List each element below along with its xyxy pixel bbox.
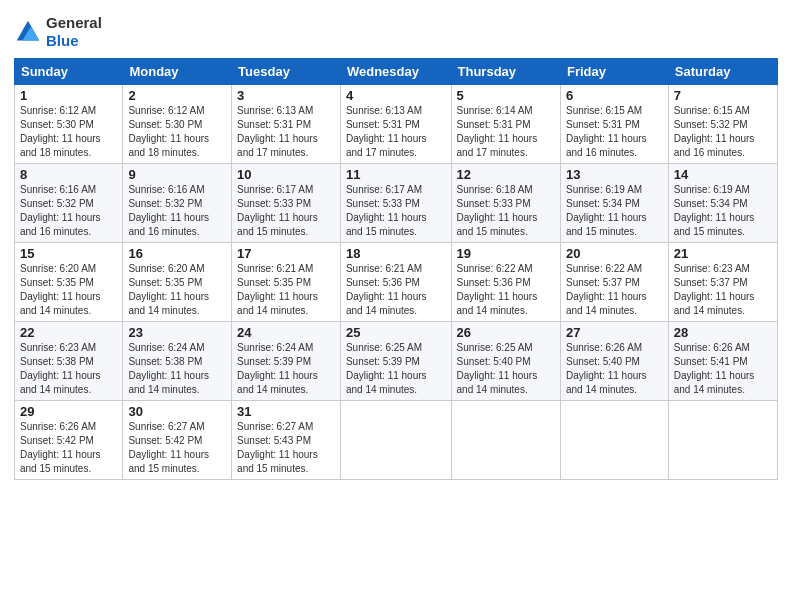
calendar-cell: 17Sunrise: 6:21 AM Sunset: 5:35 PM Dayli… [232,243,341,322]
day-info: Sunrise: 6:19 AM Sunset: 5:34 PM Dayligh… [566,183,663,239]
day-info: Sunrise: 6:23 AM Sunset: 5:37 PM Dayligh… [674,262,772,318]
calendar-cell: 14Sunrise: 6:19 AM Sunset: 5:34 PM Dayli… [668,164,777,243]
day-number: 12 [457,167,555,182]
calendar-cell [340,401,451,480]
page: General Blue SundayMondayTuesdayWednesda… [0,0,792,612]
day-info: Sunrise: 6:12 AM Sunset: 5:30 PM Dayligh… [20,104,117,160]
day-number: 10 [237,167,335,182]
calendar-cell: 7Sunrise: 6:15 AM Sunset: 5:32 PM Daylig… [668,85,777,164]
day-info: Sunrise: 6:22 AM Sunset: 5:37 PM Dayligh… [566,262,663,318]
day-number: 22 [20,325,117,340]
logo-icon [14,18,42,46]
day-info: Sunrise: 6:16 AM Sunset: 5:32 PM Dayligh… [128,183,226,239]
weekday-header: Tuesday [232,59,341,85]
weekday-header: Friday [560,59,668,85]
day-info: Sunrise: 6:13 AM Sunset: 5:31 PM Dayligh… [237,104,335,160]
day-number: 20 [566,246,663,261]
day-number: 9 [128,167,226,182]
day-number: 23 [128,325,226,340]
day-info: Sunrise: 6:27 AM Sunset: 5:42 PM Dayligh… [128,420,226,476]
day-info: Sunrise: 6:26 AM Sunset: 5:42 PM Dayligh… [20,420,117,476]
header: General Blue [14,10,778,50]
day-number: 4 [346,88,446,103]
day-info: Sunrise: 6:20 AM Sunset: 5:35 PM Dayligh… [128,262,226,318]
calendar-week-row: 22Sunrise: 6:23 AM Sunset: 5:38 PM Dayli… [15,322,778,401]
day-number: 7 [674,88,772,103]
day-info: Sunrise: 6:15 AM Sunset: 5:32 PM Dayligh… [674,104,772,160]
calendar-cell: 5Sunrise: 6:14 AM Sunset: 5:31 PM Daylig… [451,85,560,164]
day-number: 16 [128,246,226,261]
day-info: Sunrise: 6:21 AM Sunset: 5:36 PM Dayligh… [346,262,446,318]
calendar-cell [451,401,560,480]
calendar-cell: 23Sunrise: 6:24 AM Sunset: 5:38 PM Dayli… [123,322,232,401]
calendar-cell: 16Sunrise: 6:20 AM Sunset: 5:35 PM Dayli… [123,243,232,322]
calendar-cell: 10Sunrise: 6:17 AM Sunset: 5:33 PM Dayli… [232,164,341,243]
calendar-cell: 20Sunrise: 6:22 AM Sunset: 5:37 PM Dayli… [560,243,668,322]
calendar-week-row: 8Sunrise: 6:16 AM Sunset: 5:32 PM Daylig… [15,164,778,243]
calendar-cell: 13Sunrise: 6:19 AM Sunset: 5:34 PM Dayli… [560,164,668,243]
day-info: Sunrise: 6:26 AM Sunset: 5:40 PM Dayligh… [566,341,663,397]
calendar-cell: 1Sunrise: 6:12 AM Sunset: 5:30 PM Daylig… [15,85,123,164]
calendar-cell: 18Sunrise: 6:21 AM Sunset: 5:36 PM Dayli… [340,243,451,322]
day-info: Sunrise: 6:21 AM Sunset: 5:35 PM Dayligh… [237,262,335,318]
day-number: 27 [566,325,663,340]
logo-text: General Blue [46,14,102,50]
day-number: 28 [674,325,772,340]
calendar-cell: 19Sunrise: 6:22 AM Sunset: 5:36 PM Dayli… [451,243,560,322]
day-number: 29 [20,404,117,419]
day-number: 19 [457,246,555,261]
day-number: 25 [346,325,446,340]
day-info: Sunrise: 6:15 AM Sunset: 5:31 PM Dayligh… [566,104,663,160]
day-number: 5 [457,88,555,103]
calendar-table: SundayMondayTuesdayWednesdayThursdayFrid… [14,58,778,480]
day-number: 11 [346,167,446,182]
day-number: 14 [674,167,772,182]
day-info: Sunrise: 6:25 AM Sunset: 5:40 PM Dayligh… [457,341,555,397]
day-info: Sunrise: 6:14 AM Sunset: 5:31 PM Dayligh… [457,104,555,160]
calendar-cell [560,401,668,480]
day-number: 13 [566,167,663,182]
calendar-cell: 30Sunrise: 6:27 AM Sunset: 5:42 PM Dayli… [123,401,232,480]
calendar-cell: 15Sunrise: 6:20 AM Sunset: 5:35 PM Dayli… [15,243,123,322]
weekday-header: Sunday [15,59,123,85]
day-info: Sunrise: 6:13 AM Sunset: 5:31 PM Dayligh… [346,104,446,160]
day-number: 31 [237,404,335,419]
day-info: Sunrise: 6:19 AM Sunset: 5:34 PM Dayligh… [674,183,772,239]
calendar-cell: 6Sunrise: 6:15 AM Sunset: 5:31 PM Daylig… [560,85,668,164]
calendar-cell: 31Sunrise: 6:27 AM Sunset: 5:43 PM Dayli… [232,401,341,480]
day-info: Sunrise: 6:17 AM Sunset: 5:33 PM Dayligh… [237,183,335,239]
day-number: 3 [237,88,335,103]
day-number: 8 [20,167,117,182]
day-number: 17 [237,246,335,261]
calendar-cell: 26Sunrise: 6:25 AM Sunset: 5:40 PM Dayli… [451,322,560,401]
calendar-cell: 22Sunrise: 6:23 AM Sunset: 5:38 PM Dayli… [15,322,123,401]
day-number: 18 [346,246,446,261]
day-info: Sunrise: 6:23 AM Sunset: 5:38 PM Dayligh… [20,341,117,397]
weekday-header: Monday [123,59,232,85]
calendar-cell: 2Sunrise: 6:12 AM Sunset: 5:30 PM Daylig… [123,85,232,164]
day-info: Sunrise: 6:25 AM Sunset: 5:39 PM Dayligh… [346,341,446,397]
logo: General Blue [14,14,102,50]
day-number: 1 [20,88,117,103]
calendar-cell: 28Sunrise: 6:26 AM Sunset: 5:41 PM Dayli… [668,322,777,401]
calendar-cell: 21Sunrise: 6:23 AM Sunset: 5:37 PM Dayli… [668,243,777,322]
day-info: Sunrise: 6:12 AM Sunset: 5:30 PM Dayligh… [128,104,226,160]
day-info: Sunrise: 6:22 AM Sunset: 5:36 PM Dayligh… [457,262,555,318]
day-info: Sunrise: 6:17 AM Sunset: 5:33 PM Dayligh… [346,183,446,239]
calendar-week-row: 1Sunrise: 6:12 AM Sunset: 5:30 PM Daylig… [15,85,778,164]
day-info: Sunrise: 6:24 AM Sunset: 5:39 PM Dayligh… [237,341,335,397]
weekday-header: Thursday [451,59,560,85]
day-info: Sunrise: 6:27 AM Sunset: 5:43 PM Dayligh… [237,420,335,476]
calendar-cell: 11Sunrise: 6:17 AM Sunset: 5:33 PM Dayli… [340,164,451,243]
weekday-header: Saturday [668,59,777,85]
calendar-cell: 9Sunrise: 6:16 AM Sunset: 5:32 PM Daylig… [123,164,232,243]
calendar-week-row: 29Sunrise: 6:26 AM Sunset: 5:42 PM Dayli… [15,401,778,480]
day-info: Sunrise: 6:18 AM Sunset: 5:33 PM Dayligh… [457,183,555,239]
calendar-header-row: SundayMondayTuesdayWednesdayThursdayFrid… [15,59,778,85]
calendar-cell: 25Sunrise: 6:25 AM Sunset: 5:39 PM Dayli… [340,322,451,401]
weekday-header: Wednesday [340,59,451,85]
calendar-cell: 24Sunrise: 6:24 AM Sunset: 5:39 PM Dayli… [232,322,341,401]
day-number: 26 [457,325,555,340]
day-info: Sunrise: 6:26 AM Sunset: 5:41 PM Dayligh… [674,341,772,397]
calendar-week-row: 15Sunrise: 6:20 AM Sunset: 5:35 PM Dayli… [15,243,778,322]
